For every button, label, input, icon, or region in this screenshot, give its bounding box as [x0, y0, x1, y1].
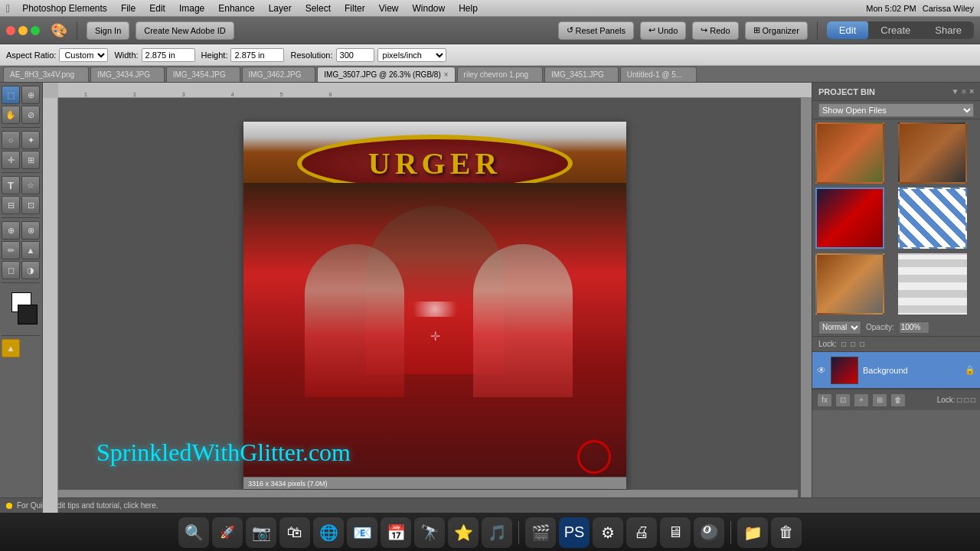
height-input[interactable]: [230, 48, 284, 62]
vertical-scrollbar[interactable]: [801, 98, 812, 502]
dodge-tool[interactable]: ◑: [21, 261, 40, 279]
tab-2[interactable]: IMG_3454.JPG ×: [166, 67, 240, 82]
dock-star[interactable]: ⭐: [448, 517, 479, 548]
info-bar[interactable]: For Quick Edit tips and tutorial, click …: [0, 497, 980, 513]
custom-shape-tool[interactable]: ⊟: [2, 196, 20, 214]
layer-mask-btn[interactable]: ⊡: [835, 393, 851, 407]
tab-5[interactable]: riley chevron 1.png ×: [457, 67, 543, 82]
paint-bucket-tool[interactable]: ▲: [21, 241, 40, 259]
opacity-input[interactable]: [899, 321, 929, 334]
dock-dvd[interactable]: 🎬: [525, 517, 556, 548]
menu-file[interactable]: File: [115, 2, 142, 15]
create-adobe-id-button[interactable]: Create New Adobe ID: [136, 21, 234, 40]
resolution-unit-select[interactable]: pixels/inch: [377, 48, 446, 62]
panel-collapse-btn[interactable]: ▼: [951, 87, 959, 96]
tab-close-2[interactable]: ×: [229, 70, 234, 79]
lock-icon-3[interactable]: □: [860, 340, 864, 348]
dock-telescope[interactable]: 🔭: [414, 517, 445, 548]
menu-layer[interactable]: Layer: [263, 2, 298, 15]
close-window-btn[interactable]: [6, 26, 15, 35]
magic-wand-tool[interactable]: ✦: [21, 131, 40, 149]
menu-help[interactable]: Help: [452, 2, 484, 15]
dock-hp[interactable]: 🖥: [660, 517, 691, 548]
dock-music[interactable]: 🎵: [482, 517, 512, 548]
tab-1[interactable]: IMG_3434.JPG ×: [90, 67, 165, 82]
lock-icon-1[interactable]: □: [841, 340, 846, 348]
yellow-btn[interactable]: ▲: [2, 339, 20, 357]
eraser-tool[interactable]: ◻: [2, 261, 20, 279]
undo-button[interactable]: ↩ Undo: [640, 21, 686, 40]
transform-tool[interactable]: ⊞: [21, 151, 40, 169]
minimize-window-btn[interactable]: [18, 26, 28, 35]
dock-browser[interactable]: 🌐: [313, 517, 344, 548]
reset-panels-button[interactable]: ↺ Reset Panels: [558, 21, 634, 40]
layer-group-btn[interactable]: ⊞: [872, 393, 887, 407]
dock-trash[interactable]: 🗑: [771, 517, 802, 548]
menu-select[interactable]: Select: [299, 2, 337, 15]
dock-photo[interactable]: 📷: [246, 517, 276, 548]
maximize-window-btn[interactable]: [31, 26, 40, 35]
menu-photoshop-elements[interactable]: Photoshop Elements: [16, 2, 113, 15]
dock-photoshop[interactable]: PS: [559, 517, 590, 548]
tab-close-0[interactable]: ×: [77, 70, 82, 79]
lasso-tool[interactable]: ○: [2, 131, 20, 149]
dock-settings[interactable]: ⚙: [593, 517, 623, 548]
show-files-select[interactable]: Show Open Files: [818, 103, 974, 117]
menu-filter[interactable]: Filter: [338, 2, 371, 15]
canvas-area[interactable]: 1 2 3 4 5 6 SprinkledWithGlitter.com: [43, 83, 812, 513]
text-tool[interactable]: T: [2, 176, 20, 194]
layer-style-btn[interactable]: fx: [817, 393, 832, 407]
dock-appstore[interactable]: 🛍: [279, 517, 310, 548]
resolution-input[interactable]: [336, 48, 374, 62]
menu-enhance[interactable]: Enhance: [212, 2, 260, 15]
width-input[interactable]: [142, 48, 195, 62]
shape-tool[interactable]: ☆: [21, 176, 40, 194]
canvas-content[interactable]: SprinkledWithGlitter.com UR: [58, 98, 812, 513]
create-mode-button[interactable]: Create: [868, 21, 923, 39]
menu-view[interactable]: View: [373, 2, 405, 15]
crop-tool[interactable]: ⊡: [21, 196, 40, 214]
foreground-color-swatch[interactable]: [18, 305, 38, 324]
panel-menu-btn[interactable]: ≡: [962, 87, 966, 96]
zoom-tool[interactable]: ⊕: [21, 86, 40, 104]
dock-launchpad[interactable]: 🚀: [212, 517, 243, 548]
share-mode-button[interactable]: Share: [923, 21, 974, 39]
apple-logo-icon[interactable]: : [6, 2, 10, 15]
layer-row-background[interactable]: 👁 Background 🔒: [812, 352, 980, 389]
project-thumbnail-5[interactable]: [815, 253, 884, 315]
clone-tool[interactable]: ⊗: [21, 221, 40, 240]
brush-tool[interactable]: ✏: [2, 241, 20, 259]
organizer-button[interactable]: ⊞ Organizer: [745, 21, 808, 40]
layer-new-btn[interactable]: +: [854, 393, 869, 407]
dock-finder[interactable]: 🔍: [178, 517, 209, 548]
tab-3[interactable]: IMG_3462.JPG ×: [242, 67, 316, 82]
edit-mode-button[interactable]: Edit: [827, 21, 868, 39]
move-tool[interactable]: ✛: [2, 151, 20, 169]
layer-visibility-icon[interactable]: 👁: [817, 365, 826, 376]
redo-button[interactable]: ↪ Redo: [692, 21, 738, 40]
aspect-ratio-select[interactable]: Custom: [59, 48, 108, 62]
dock-files[interactable]: 📁: [737, 517, 768, 548]
dock-ball[interactable]: 🎱: [694, 517, 724, 548]
blend-mode-select[interactable]: Normal Multiply Screen: [818, 321, 861, 334]
lock-icon-2[interactable]: □: [851, 340, 855, 348]
menu-edit[interactable]: Edit: [143, 2, 172, 15]
tab-close-1[interactable]: ×: [153, 70, 158, 79]
dock-mail[interactable]: 📧: [347, 517, 377, 548]
tab-4[interactable]: IMG_3507.JPG @ 26.3% (RGB/8) ×: [317, 67, 455, 82]
tab-close-5[interactable]: ×: [531, 70, 536, 79]
marquee-tool[interactable]: ⬚: [2, 86, 20, 104]
tab-6[interactable]: IMG_3451.JPG ×: [544, 67, 619, 82]
tab-close-3[interactable]: ×: [304, 70, 309, 79]
tab-close-4[interactable]: ×: [444, 70, 449, 79]
eyedropper-tool[interactable]: ⊘: [21, 106, 40, 124]
menu-image[interactable]: Image: [173, 2, 211, 15]
menu-window[interactable]: Window: [407, 2, 452, 15]
sign-in-button[interactable]: Sign In: [87, 21, 129, 40]
layer-delete-btn[interactable]: 🗑: [890, 393, 906, 407]
project-thumbnail-3[interactable]: [815, 187, 884, 249]
tab-close-6[interactable]: ×: [607, 70, 612, 79]
photo-canvas[interactable]: URGER ✛: [243, 122, 626, 489]
project-thumbnail-1[interactable]: [815, 122, 884, 184]
healing-tool[interactable]: ⊕: [2, 221, 20, 240]
